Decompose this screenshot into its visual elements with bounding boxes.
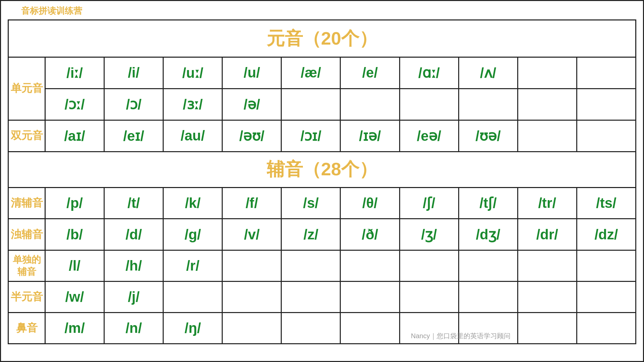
vowel-u: /u/ <box>222 57 281 89</box>
semi-empty3 <box>281 282 340 313</box>
diph-au: /au/ <box>163 120 222 152</box>
cons-w: /w/ <box>45 282 104 313</box>
nasal-empty3 <box>340 313 399 344</box>
vowel-empty2 <box>577 57 636 89</box>
solo-empty4 <box>399 250 459 282</box>
diph-ua: /ʊə/ <box>459 120 518 152</box>
solo-empty5 <box>459 250 518 282</box>
diph-ou: /əʊ/ <box>222 120 281 152</box>
cons-f: /f/ <box>222 187 281 219</box>
vowel2-empty2 <box>340 88 399 120</box>
cons-j: /j/ <box>104 282 163 313</box>
consonants-title: 辅音（28个） <box>267 159 377 179</box>
cons-k: /k/ <box>163 187 222 219</box>
diph-ia: /ɪə/ <box>340 120 399 152</box>
cons-dr: /dr/ <box>518 219 577 250</box>
semi-empty2 <box>222 282 281 313</box>
vowel2-empty6 <box>577 88 636 120</box>
vowel-aa: /ɑː/ <box>399 57 459 89</box>
page-wrapper: 音标拼读训练营 元音（20个） 单元音 /iː/ /i/ /uː/ /u/ /æ… <box>0 0 644 362</box>
solo-empty7 <box>577 250 636 282</box>
vowel2-empty3 <box>399 88 459 120</box>
diphthong-row: 双元音 /aɪ/ /eɪ/ /au/ /əʊ/ /ɔɪ/ /ɪə/ /eə/ /… <box>8 120 636 152</box>
cons-tr: /tr/ <box>518 187 577 219</box>
semi-row: 半元音 /w/ /j/ <box>8 282 636 313</box>
solo-empty3 <box>340 250 399 282</box>
label-dan-yuan-yin: 单元音 <box>11 82 43 94</box>
cons-s: /s/ <box>281 187 340 219</box>
voiced-row: 浊辅音 /b/ /d/ /g/ /v/ /z/ /ð/ /ʒ/ /dʒ/ /dr… <box>8 219 636 250</box>
solo-row: 单独的辅音 /l/ /h/ /r/ <box>8 250 636 282</box>
vowel2-empty5 <box>518 88 577 120</box>
top-label: 音标拼读训练营 <box>21 5 82 17</box>
nasal-empty5: Nancy｜您口袋里的英语学习顾问 <box>459 313 518 344</box>
vowel2-empty4 <box>459 88 518 120</box>
cons-tsh: /tʃ/ <box>459 187 518 219</box>
vowel-i: /i/ <box>104 57 163 89</box>
cons-r: /r/ <box>163 250 222 282</box>
semi-empty4 <box>340 282 399 313</box>
semi-empty7 <box>518 282 577 313</box>
semi-empty5 <box>399 282 459 313</box>
label-zhuo-fu-yin: 浊辅音 <box>11 228 43 240</box>
nasal-row: 鼻音 /m/ /n/ /ŋ/ Nancy｜您口袋里的英语学习顾问 <box>8 313 636 344</box>
vowel-schwa: /ə/ <box>222 88 281 120</box>
cons-n: /n/ <box>104 313 163 344</box>
cons-theta: /θ/ <box>340 187 399 219</box>
label-shuang-yuan-yin: 双元音 <box>11 129 43 141</box>
cons-p: /p/ <box>45 187 104 219</box>
vowel-oo: /ɔː/ <box>45 88 104 120</box>
cons-l: /l/ <box>45 250 104 282</box>
cons-v: /v/ <box>222 219 281 250</box>
vowel-o: /ɔ/ <box>104 88 163 120</box>
vowel-schwa-long: /ɜː/ <box>163 88 222 120</box>
single-vowel-row1: 单元音 /iː/ /i/ /uː/ /u/ /æ/ /e/ /ɑː/ /ʌ/ <box>8 57 636 89</box>
solo-empty1 <box>222 250 281 282</box>
footer-text: Nancy｜您口袋里的英语学习顾问 <box>411 331 511 341</box>
label-ban-yuan-yin: 半元音 <box>11 291 43 303</box>
cons-ng: /ŋ/ <box>163 313 222 344</box>
semi-empty6 <box>459 282 518 313</box>
cons-zh: /ʒ/ <box>399 219 459 250</box>
single-vowel-row2: /ɔː/ /ɔ/ /ɜː/ /ə/ <box>8 88 636 120</box>
vowel-e: /e/ <box>340 57 399 89</box>
solo-empty6 <box>518 250 577 282</box>
diph-empty2 <box>577 120 636 152</box>
cons-d: /d/ <box>104 219 163 250</box>
diph-ei: /eɪ/ <box>104 120 163 152</box>
voiceless-row: 清辅音 /p/ /t/ /k/ /f/ /s/ /θ/ /ʃ/ /tʃ/ /tr… <box>8 187 636 219</box>
cons-sh: /ʃ/ <box>399 187 459 219</box>
diph-ai: /aɪ/ <box>45 120 104 152</box>
cons-m: /m/ <box>45 313 104 344</box>
vowels-title: 元音（20个） <box>267 28 377 48</box>
semi-empty1 <box>163 282 222 313</box>
vowel-ii: /iː/ <box>45 57 104 89</box>
vowel2-empty1 <box>281 88 340 120</box>
cons-ts: /ts/ <box>577 187 636 219</box>
solo-empty2 <box>281 250 340 282</box>
label-dandu-fu-yin: 单独的辅音 <box>13 254 41 277</box>
vowels-title-row: 元音（20个） <box>8 20 636 57</box>
cons-t: /t/ <box>104 187 163 219</box>
label-qing-fu-yin: 清辅音 <box>11 197 43 209</box>
diph-empty1 <box>518 120 577 152</box>
nasal-empty1 <box>222 313 281 344</box>
main-table: 元音（20个） 单元音 /iː/ /i/ /uː/ /u/ /æ/ /e/ /ɑ… <box>8 19 636 344</box>
cons-eth: /ð/ <box>340 219 399 250</box>
consonants-title-row: 辅音（28个） <box>8 152 636 187</box>
nasal-empty7 <box>577 313 636 344</box>
vowel-ae: /æ/ <box>281 57 340 89</box>
diph-oi: /ɔɪ/ <box>281 120 340 152</box>
nasal-empty6 <box>518 313 577 344</box>
vowel-wedge: /ʌ/ <box>459 57 518 89</box>
nasal-empty2 <box>281 313 340 344</box>
diph-ea: /eə/ <box>399 120 459 152</box>
cons-b: /b/ <box>45 219 104 250</box>
label-bi-yin: 鼻音 <box>16 322 38 334</box>
semi-empty8 <box>577 282 636 313</box>
cons-h: /h/ <box>104 250 163 282</box>
cons-dzh: /dʒ/ <box>459 219 518 250</box>
cons-dz: /dz/ <box>577 219 636 250</box>
vowel-uu: /uː/ <box>163 57 222 89</box>
cons-z: /z/ <box>281 219 340 250</box>
